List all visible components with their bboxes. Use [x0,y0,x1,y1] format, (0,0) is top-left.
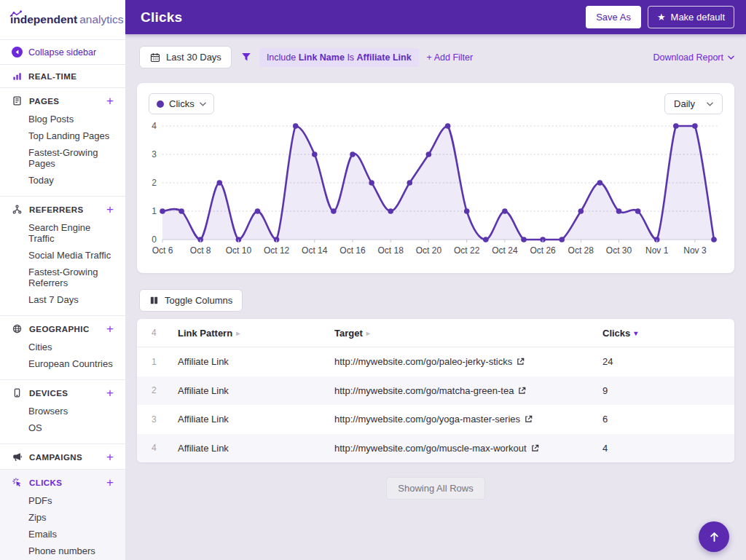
sidebar-item-fastest-growing-pages[interactable]: Fastest-Growing Pages [0,144,125,172]
collapse-sidebar-button[interactable]: Collapse sidebar [0,40,125,65]
sidebar-item-top-landing-pages[interactable]: Top Landing Pages [0,127,125,144]
target-url-text: http://mywebsite.com/go/yoga-master-seri… [334,414,520,425]
sidebar-item-last-7-days[interactable]: Last 7 Days [0,291,125,308]
sidebar-section-referrers: REFERRERS+Search Engine TrafficSocial Me… [0,197,125,316]
page-title: Clicks [141,9,586,25]
interval-select-button[interactable]: Daily [664,93,723,114]
scroll-to-top-button[interactable] [699,521,729,552]
active-filter-pill[interactable]: Include Link Name Is Affiliate Link [259,48,419,67]
chevron-down-icon [200,102,206,106]
link-pattern-cell: Affiliate Link [178,414,334,425]
sidebar-item-geographic[interactable]: GEOGRAPHIC+ [0,324,125,334]
sidebar-item-today[interactable]: Today [0,172,125,189]
arrow-up-icon [709,532,720,543]
sidebar-section-geographic: GEOGRAPHIC+CitiesEuropean Countries [0,316,125,380]
clicks-line-chart: 01234Oct 6Oct 8Oct 10Oct 12Oct 14Oct 16O… [149,119,723,269]
sidebar-item-browsers[interactable]: Browsers [0,403,125,419]
target-url-text: http://mywebsite.com/go/matcha-green-tea [334,385,514,396]
toggle-columns-button[interactable]: Toggle Columns [139,289,243,312]
collapse-sidebar-label: Collapse sidebar [28,47,96,58]
section-label: GEOGRAPHIC [29,325,106,334]
target-url-link[interactable]: http://mywebsite.com/go/matcha-green-tea [334,385,602,396]
sidebar-item-fastest-growing-referrers[interactable]: Fastest-Growing Referrers [0,264,125,291]
logo-sparkline-icon [9,7,25,20]
columns-icon [149,296,159,305]
sidebar-item-european-countries[interactable]: European Countries [0,355,125,372]
column-header-target[interactable]: Target▸ [334,328,602,339]
add-report-plus-icon[interactable]: + [106,325,114,334]
links-table: 4 Link Pattern▸ Target▸ Clicks▾ 1Affilia… [137,319,734,462]
section-label: CAMPAIGNS [29,453,106,462]
sidebar-item-search-engine-traffic[interactable]: Search Engine Traffic [0,219,125,247]
filter-operator: Is [347,52,354,63]
section-items: Search Engine TrafficSocial Media Traffi… [0,219,125,308]
external-link-icon [517,358,525,366]
filter-bar: Last 30 Days Include Link Name Is Affili… [125,34,746,68]
sidebar-item-cities[interactable]: Cities [0,339,125,355]
filter-value: Affiliate Link [357,52,412,63]
showing-all-rows-button[interactable]: Showing All Rows [386,477,484,500]
sidebar-item-blog-posts[interactable]: Blog Posts [0,111,125,127]
save-as-button[interactable]: Save As [586,6,641,28]
chart-card: Clicks Daily 01234Oct 6Oct 8Oct 10Oct 12… [137,83,734,273]
svg-text:Oct 6: Oct 6 [152,245,173,256]
app-root: independentanalytics Collapse sidebar RE… [0,0,746,560]
svg-text:0: 0 [152,234,157,245]
svg-text:Nov 1: Nov 1 [645,245,669,256]
svg-text:Oct 20: Oct 20 [416,245,442,256]
globe-icon [12,324,23,334]
filter-funnel-icon[interactable] [241,52,251,62]
sidebar-item-devices[interactable]: DEVICES+ [0,388,125,398]
sort-icon: ▸ [236,329,240,337]
chart-controls: Clicks Daily [149,93,723,114]
target-url-text: http://mywebsite.com/go/muscle-max-worko… [334,443,527,454]
chevron-down-icon [728,55,734,60]
metric-select-button[interactable]: Clicks [149,93,214,114]
sidebar-item-pages[interactable]: PAGES+ [0,96,125,106]
sidebar-item-os[interactable]: OS [0,419,125,436]
svg-text:Oct 26: Oct 26 [530,245,556,256]
sidebar-item-emails[interactable]: Emails [0,526,125,543]
sidebar-item-zips[interactable]: Zips [0,509,125,526]
sidebar-item-referrers[interactable]: REFERRERS+ [0,205,125,214]
target-url-link[interactable]: http://mywebsite.com/go/yoga-master-seri… [334,414,602,425]
add-report-plus-icon[interactable]: + [106,389,114,398]
svg-text:Oct 24: Oct 24 [492,245,518,256]
sidebar-item-pdfs[interactable]: PDFs [0,492,125,509]
sidebar-item-campaigns[interactable]: CAMPAIGNS+ [0,452,125,462]
table-footer: Showing All Rows [125,477,746,500]
add-report-plus-icon[interactable]: + [106,453,114,462]
collapse-icon [12,47,23,58]
sidebar-item-realtime[interactable]: REAL-TIME [0,65,125,88]
filter-field: Link Name [299,52,345,63]
chevron-down-icon [707,102,713,106]
sidebar-item-social-media-traffic[interactable]: Social Media Traffic [0,247,125,264]
external-link-icon [525,415,533,423]
make-default-button[interactable]: ★ Make default [648,6,734,28]
target-url-link[interactable]: http://mywebsite.com/go/paleo-jerky-stic… [334,356,602,367]
add-report-plus-icon[interactable]: + [106,97,114,106]
table-body: 1Affiliate Linkhttp://mywebsite.com/go/p… [137,347,734,462]
add-report-plus-icon[interactable]: + [106,478,114,487]
metric-label: Clicks [169,98,195,109]
brand-logo[interactable]: independentanalytics [0,0,125,40]
sidebar-item-phone-numbers[interactable]: Phone numbers [0,543,125,559]
page-header: Clicks Save As ★ Make default [125,0,746,34]
svg-text:Oct 12: Oct 12 [264,245,290,256]
target-url-link[interactable]: http://mywebsite.com/go/muscle-max-worko… [334,443,602,454]
add-filter-link[interactable]: + Add Filter [427,52,474,63]
date-range-button[interactable]: Last 30 Days [139,46,232,68]
row-count: 4 [152,328,178,338]
svg-text:2: 2 [152,178,157,188]
download-report-link[interactable]: Download Report [653,52,734,63]
column-header-clicks[interactable]: Clicks▾ [602,328,723,339]
svg-text:4: 4 [152,121,157,131]
add-report-plus-icon[interactable]: + [106,205,114,214]
svg-text:3: 3 [152,149,157,159]
sidebar-sections: PAGES+Blog PostsTop Landing PagesFastest… [0,88,125,560]
svg-text:1: 1 [152,206,157,216]
column-header-link-pattern[interactable]: Link Pattern▸ [178,328,334,339]
toggle-columns-label: Toggle Columns [165,295,232,306]
sidebar-item-clicks[interactable]: CLICKS+ [0,478,125,487]
sidebar: independentanalytics Collapse sidebar RE… [0,0,125,560]
